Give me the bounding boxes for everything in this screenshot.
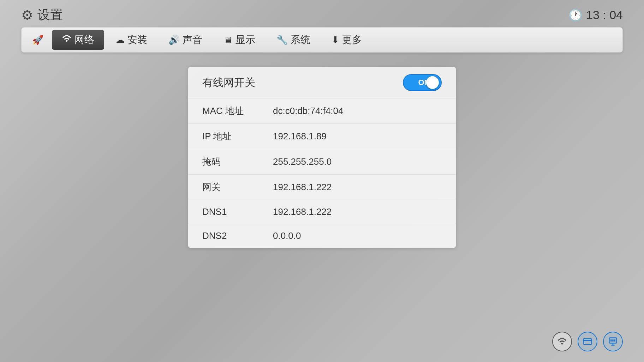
- header-right: 🕐 13 : 04: [568, 8, 623, 22]
- wifi-status-icon[interactable]: [552, 332, 572, 351]
- mac-label: MAC 地址: [202, 105, 273, 117]
- nav-install-label: 安装: [127, 33, 147, 47]
- navbar: 🚀 网络 ☁ 安装 🔊 声音 🖥 显示 🔧 系统 ⬇ 更多: [21, 27, 623, 53]
- nav-more-label: 更多: [342, 33, 362, 47]
- mask-label: 掩码: [202, 156, 273, 168]
- svg-rect-5: [610, 339, 612, 342]
- nav-item-install[interactable]: ☁ 安装: [106, 30, 157, 50]
- nav-network-label: 网络: [74, 33, 94, 47]
- gateway-value: 192.168.1.222: [273, 182, 332, 193]
- nav-item-network[interactable]: 网络: [52, 30, 104, 50]
- header-left: ⚙ 设置: [21, 6, 63, 24]
- sound-icon: 🔊: [168, 35, 180, 46]
- nav-system-label: 系统: [291, 33, 310, 47]
- ip-value: 192.168.1.89: [273, 131, 327, 142]
- home-icon: 🚀: [32, 35, 43, 46]
- ip-row: IP 地址 192.168.1.89: [188, 124, 456, 149]
- page-title: 设置: [37, 6, 63, 24]
- toggle-knob: [426, 76, 439, 89]
- mask-row: 掩码 255.255.255.0: [188, 149, 456, 175]
- clock-icon: 🕐: [568, 8, 583, 22]
- display-icon: 🖥: [223, 35, 233, 46]
- nav-item-display[interactable]: 🖥 显示: [214, 30, 265, 50]
- card-status-icon[interactable]: [578, 332, 597, 351]
- nav-item-more[interactable]: ⬇ 更多: [322, 30, 372, 50]
- gear-icon: ⚙: [21, 7, 33, 23]
- dns2-label: DNS2: [202, 230, 273, 241]
- wired-toggle[interactable]: ON: [403, 74, 442, 91]
- panel-wrapper: 有线网开关 ON MAC 地址 dc:c0:db:74:f4:04 IP 地址 …: [188, 67, 456, 248]
- dns1-label: DNS1: [202, 206, 273, 217]
- network-panel: 有线网开关 ON MAC 地址 dc:c0:db:74:f4:04 IP 地址 …: [188, 67, 456, 248]
- more-icon: ⬇: [332, 35, 339, 46]
- nav-item-sound[interactable]: 🔊 声音: [159, 30, 212, 50]
- main-content: 有线网开关 ON MAC 地址 dc:c0:db:74:f4:04 IP 地址 …: [0, 53, 644, 262]
- nav-sound-label: 声音: [183, 33, 202, 47]
- ethernet-status-icon[interactable]: [603, 332, 623, 351]
- dns1-row: DNS1 192.168.1.222: [188, 200, 456, 224]
- nav-item-home[interactable]: 🚀: [25, 30, 50, 50]
- mac-row: MAC 地址 dc:c0:db:74:f4:04: [188, 98, 456, 124]
- header: ⚙ 设置 🕐 13 : 04: [0, 0, 644, 27]
- toggle-row: 有线网开关 ON: [188, 67, 456, 98]
- ip-label: IP 地址: [202, 130, 273, 143]
- gateway-label: 网关: [202, 181, 273, 193]
- wifi-nav-icon: [62, 34, 72, 46]
- bottom-status-icons: [552, 332, 623, 351]
- svg-rect-1: [583, 340, 591, 341]
- dns2-row: DNS2 0.0.0.0: [188, 224, 456, 248]
- dns2-value: 0.0.0.0: [273, 230, 301, 241]
- gateway-row: 网关 192.168.1.222: [188, 175, 456, 200]
- svg-rect-0: [583, 339, 591, 344]
- dns1-value: 192.168.1.222: [273, 206, 332, 217]
- mac-value: dc:c0:db:74:f4:04: [273, 105, 343, 116]
- system-icon: 🔧: [276, 35, 288, 46]
- nav-item-system[interactable]: 🔧 系统: [267, 30, 320, 50]
- nav-display-label: 显示: [235, 33, 255, 47]
- current-time: 13 : 04: [586, 8, 623, 22]
- svg-rect-6: [612, 339, 614, 342]
- install-icon: ☁: [115, 35, 125, 46]
- toggle-label: 有线网开关: [202, 76, 255, 90]
- svg-rect-7: [614, 339, 616, 342]
- network-info-table: MAC 地址 dc:c0:db:74:f4:04 IP 地址 192.168.1…: [188, 98, 456, 248]
- mask-value: 255.255.255.0: [273, 156, 332, 167]
